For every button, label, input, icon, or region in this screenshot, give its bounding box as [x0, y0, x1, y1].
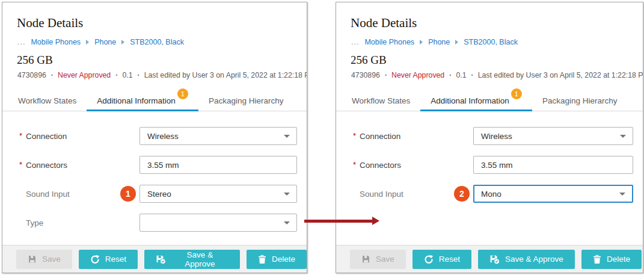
- last-edited-text: Last edited by User 3 on April 5, 2022 a…: [478, 71, 643, 79]
- product-name: 256 GB: [351, 54, 387, 67]
- tab-packaging-hierarchy[interactable]: Packaging Hierarchy: [532, 90, 628, 111]
- field-row-connection: * Connection Wireless: [336, 127, 643, 145]
- save-approve-button[interactable]: Save & Approve: [478, 250, 575, 269]
- metadata-row: 4730896 • Never Approved • 0.1 • Last ed…: [17, 71, 307, 79]
- screenshot-canvas: Node Details ... Mobile Phones Phone STB…: [0, 0, 644, 275]
- breadcrumb-separator-icon: [86, 40, 89, 45]
- connection-select[interactable]: Wireless: [140, 127, 297, 145]
- transition-arrow-icon: [304, 220, 372, 223]
- connection-select[interactable]: Wireless: [473, 127, 633, 145]
- reset-icon: [90, 255, 100, 264]
- node-id: 4730896: [17, 71, 46, 79]
- separator-dot: •: [385, 72, 387, 78]
- connectors-input[interactable]: [473, 156, 633, 174]
- node-details-panel-after: Node Details ... Mobile Phones Phone STB…: [336, 2, 643, 273]
- field-row-connection: * Connection Wireless: [2, 127, 307, 145]
- chevron-down-icon: [284, 135, 290, 138]
- field-label-connection: Connection: [360, 132, 400, 141]
- separator-dot: •: [51, 72, 53, 78]
- metadata-row: 4730896 • Never Approved • 0.1 • Last ed…: [351, 71, 643, 79]
- breadcrumb-item-stb2000-black[interactable]: STB2000, Black: [464, 38, 518, 46]
- separator-dot: •: [471, 72, 473, 78]
- breadcrumb-item-phone[interactable]: Phone: [428, 38, 450, 46]
- save-icon: [28, 255, 37, 264]
- breadcrumb-item-stb2000-black[interactable]: STB2000, Black: [130, 38, 184, 46]
- footer-toolbar: Save Reset Save & Approve: [336, 245, 643, 273]
- separator-dot: •: [115, 72, 117, 78]
- tab-count-badge: 1: [511, 88, 522, 99]
- tab-workflow-states[interactable]: Workflow States: [8, 90, 87, 111]
- callout-badge-1: 1: [120, 186, 136, 202]
- tab-bar: Workflow States Additional Information 1…: [2, 90, 307, 111]
- status-badge: Never Approved: [58, 71, 111, 79]
- delete-button[interactable]: Delete: [247, 250, 307, 269]
- field-row-type: Type: [2, 214, 307, 232]
- breadcrumb-ellipsis[interactable]: ...: [351, 38, 359, 46]
- breadcrumb-item-phone[interactable]: Phone: [94, 38, 116, 46]
- tab-label: Workflow States: [352, 96, 410, 105]
- save-button[interactable]: Save: [16, 250, 72, 269]
- connectors-input[interactable]: [140, 156, 297, 174]
- tab-label: Additional Information: [431, 96, 509, 105]
- field-row-sound-input: Sound Input 2 Mono: [336, 185, 643, 203]
- tab-workflow-states[interactable]: Workflow States: [342, 90, 420, 111]
- reset-button[interactable]: Reset: [412, 250, 471, 269]
- select-value: Stereo: [147, 190, 171, 199]
- delete-button-label: Delete: [607, 255, 630, 264]
- tab-additional-information[interactable]: Additional Information 1: [420, 90, 532, 111]
- separator-dot: •: [137, 72, 139, 78]
- breadcrumb-item-mobile-phones[interactable]: Mobile Phones: [31, 38, 81, 46]
- field-label-connection: Connection: [26, 132, 67, 141]
- save-approve-button[interactable]: Save & Approve: [144, 250, 240, 269]
- footer-toolbar: Save Reset Save & Approve: [2, 245, 307, 273]
- save-approve-button-label: Save & Approve: [505, 255, 563, 264]
- breadcrumb-separator-icon: [121, 40, 124, 45]
- select-value: Wireless: [147, 132, 179, 141]
- tab-packaging-hierarchy[interactable]: Packaging Hierarchy: [198, 90, 294, 111]
- delete-button[interactable]: Delete: [581, 250, 642, 269]
- select-value: Wireless: [481, 132, 512, 141]
- reset-button[interactable]: Reset: [79, 250, 138, 269]
- save-approve-button-label: Save & Approve: [171, 250, 228, 268]
- save-button-label: Save: [376, 255, 394, 264]
- required-marker: *: [353, 161, 356, 168]
- chevron-down-icon: [619, 193, 625, 196]
- field-label-connectors: Connectors: [26, 161, 67, 170]
- separator-dot: •: [449, 72, 451, 78]
- node-details-panel-before: Node Details ... Mobile Phones Phone STB…: [2, 2, 307, 273]
- tab-additional-information[interactable]: Additional Information 1: [87, 90, 198, 111]
- page-title: Node Details: [17, 16, 83, 30]
- field-row-sound-input: Sound Input 1 Stereo: [2, 185, 307, 203]
- version-number: 0.1: [456, 71, 466, 79]
- save-button[interactable]: Save: [350, 250, 406, 269]
- tab-label: Packaging Hierarchy: [209, 96, 284, 105]
- trash-icon: [258, 255, 266, 264]
- breadcrumb-separator-icon: [420, 40, 423, 45]
- required-marker: *: [19, 132, 22, 140]
- breadcrumb: ... Mobile Phones Phone STB2000, Black: [17, 38, 184, 46]
- save-icon: [361, 255, 370, 264]
- reset-button-label: Reset: [105, 255, 126, 264]
- field-label-sound-input: Sound Input: [26, 190, 70, 199]
- save-approve-icon: [489, 255, 500, 264]
- delete-button-label: Delete: [272, 255, 295, 264]
- save-button-label: Save: [42, 255, 61, 264]
- field-row-connectors: * Connectors: [336, 156, 643, 174]
- select-value: Mono: [481, 190, 501, 199]
- chevron-down-icon: [284, 193, 290, 196]
- trash-icon: [593, 255, 601, 264]
- required-marker: *: [19, 161, 22, 168]
- last-edited-text: Last edited by User 3 on April 5, 2022 a…: [144, 71, 307, 79]
- chevron-down-icon: [284, 221, 290, 224]
- breadcrumb-ellipsis[interactable]: ...: [17, 38, 25, 46]
- product-name: 256 GB: [17, 54, 53, 67]
- breadcrumb-separator-icon: [455, 40, 458, 45]
- status-badge: Never Approved: [391, 71, 444, 79]
- sound-input-select[interactable]: Stereo: [140, 185, 297, 203]
- type-select[interactable]: [140, 214, 297, 232]
- field-label-sound-input: Sound Input: [360, 190, 403, 199]
- tab-label: Packaging Hierarchy: [542, 96, 618, 105]
- version-number: 0.1: [122, 71, 132, 79]
- breadcrumb-item-mobile-phones[interactable]: Mobile Phones: [364, 38, 414, 46]
- sound-input-select[interactable]: Mono: [473, 185, 633, 203]
